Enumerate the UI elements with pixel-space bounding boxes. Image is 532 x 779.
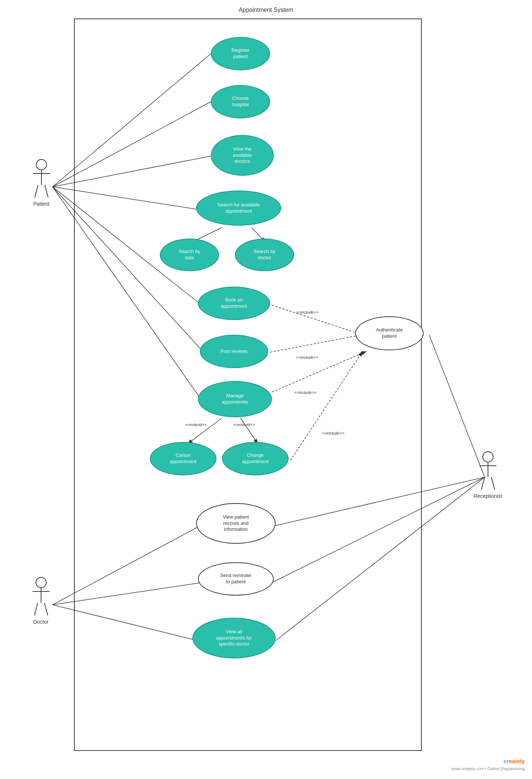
include-label-4: <<include>> <box>322 431 344 435</box>
creately-c: c <box>504 758 506 764</box>
usecase-view-all-appointments: View all appointments for specific docto… <box>192 618 276 658</box>
receptionist-arms <box>479 465 496 466</box>
patient-arms <box>33 173 50 174</box>
doctor-body <box>41 588 41 603</box>
receptionist-leg-left <box>481 477 485 490</box>
doctor-legs <box>37 603 45 616</box>
extend-label-2: <<extend>> <box>233 422 255 427</box>
doctor-leg-left <box>34 603 38 616</box>
receptionist-legs <box>484 477 492 490</box>
extend-label-1: <<extend>> <box>185 422 207 427</box>
actor-receptionist: Receptionist <box>474 451 502 499</box>
usecase-post-reviews: Post reviews <box>200 335 268 368</box>
creately-watermark: creately www.creately.com • Online Diagr… <box>451 757 525 772</box>
usecase-search-appointment: Search for available appointment <box>196 190 281 226</box>
patient-leg-left <box>34 185 38 198</box>
patient-leg-right <box>44 185 48 198</box>
usecase-view-records: View patient records and information <box>196 503 276 544</box>
include-label-1: <<include>> <box>296 310 319 314</box>
usecase-cancel-appointment: Cancel appointment <box>150 442 216 475</box>
patient-body <box>41 170 42 185</box>
patient-head <box>36 159 47 170</box>
receptionist-head <box>482 451 494 462</box>
include-label-2: <<include>> <box>296 355 319 360</box>
creately-reately: reately <box>507 758 525 764</box>
doctor-head <box>36 577 47 588</box>
actor-doctor: Doctor <box>33 577 48 625</box>
usecase-authenticate-patient: Authenticate patient <box>355 316 424 350</box>
receptionist-figure <box>482 451 494 490</box>
usecase-choose-hospital: Choose hospital <box>211 85 270 118</box>
creately-brand: creately <box>451 757 525 766</box>
diagram-title: Appointment System <box>239 7 293 13</box>
actor-patient: Patient <box>33 159 50 207</box>
usecase-send-reminder: Send reminder to patient <box>198 562 274 596</box>
usecase-search-doctor: Search by doctor <box>235 239 294 271</box>
usecase-search-date: Search by date <box>160 239 219 271</box>
usecase-manage-appointments: Manage appointemts <box>198 381 272 417</box>
usecase-view-doctors: View the available doctors <box>211 135 274 176</box>
patient-legs <box>38 185 45 198</box>
doctor-leg-right <box>44 603 48 616</box>
patient-figure <box>36 159 47 198</box>
usecase-register-patient: Register patient <box>211 37 270 70</box>
doctor-label: Doctor <box>33 619 48 625</box>
doctor-figure <box>36 577 47 616</box>
usecase-change-appointment: Change appointment <box>222 442 289 475</box>
doctor-arms <box>33 591 50 592</box>
receptionist-body <box>488 462 488 477</box>
creately-sub: www.creately.com • Online Diagramming <box>451 766 525 772</box>
usecase-book-appointment: Book an appointment <box>198 287 270 320</box>
receptionist-leg-right <box>491 477 495 490</box>
patient-label: Patient <box>33 201 50 207</box>
receptionist-label: Receptionist <box>474 493 502 499</box>
include-label-3: <<include>> <box>294 390 317 395</box>
